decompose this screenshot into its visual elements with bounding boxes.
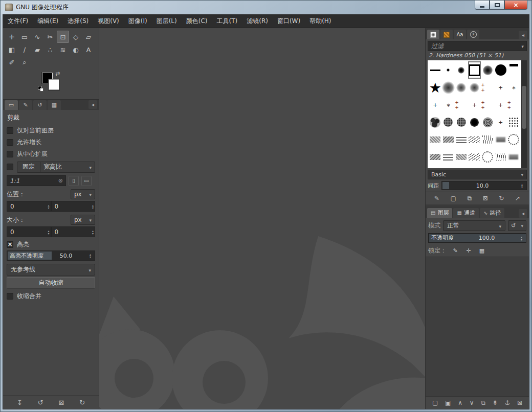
duplicate-brush-icon[interactable]: ⧉: [467, 195, 472, 202]
checkbox[interactable]: [7, 139, 13, 146]
brush-item[interactable]: [442, 79, 455, 96]
tab-tool-options[interactable]: ▭: [5, 100, 18, 110]
restore-tool-preset-icon[interactable]: ↺: [38, 399, 43, 406]
brush-item[interactable]: [494, 61, 507, 79]
crop-tool-icon[interactable]: ⊡: [57, 31, 69, 43]
lock-alpha-icon[interactable]: ▦: [477, 246, 486, 255]
background-color-swatch[interactable]: [49, 79, 59, 90]
brush-item[interactable]: [494, 79, 507, 96]
tab-undo-history[interactable]: ↺: [33, 100, 47, 110]
aspect-ratio-input[interactable]: 1:1 ⊗: [7, 175, 66, 186]
brush-item[interactable]: [442, 148, 455, 166]
brush-item[interactable]: [468, 96, 481, 113]
reset-tool-options-icon[interactable]: ↻: [79, 399, 85, 406]
brush-item[interactable]: [442, 131, 455, 148]
tab-device-status[interactable]: ✎: [19, 100, 32, 110]
brush-item[interactable]: [481, 96, 494, 113]
brush-item[interactable]: [494, 96, 507, 113]
default-colors-icon[interactable]: [38, 86, 44, 92]
bucket-fill-tool-icon[interactable]: ◧: [6, 43, 18, 56]
edit-brush-icon[interactable]: ✎: [434, 195, 439, 202]
spinner-arrows[interactable]: [88, 253, 92, 258]
brush-item[interactable]: [455, 148, 468, 166]
menu-item[interactable]: 帮助(H): [305, 15, 336, 28]
spinner-arrows[interactable]: [91, 230, 95, 235]
brush-item[interactable]: [468, 79, 481, 96]
brush-item[interactable]: [429, 79, 442, 96]
brush-item[interactable]: [481, 131, 494, 148]
collapse-layers-dock-button[interactable]: ◂: [519, 209, 527, 218]
brush-item[interactable]: [468, 61, 481, 79]
tab-channels[interactable]: ▦ 通道: [453, 208, 478, 218]
brush-item[interactable]: [507, 148, 520, 166]
size-unit-select[interactable]: px: [71, 215, 95, 225]
dodge-burn-tool-icon[interactable]: ◐: [70, 43, 82, 56]
delete-brush-icon[interactable]: ⊠: [483, 195, 488, 202]
brush-item[interactable]: [455, 113, 468, 131]
guides-select[interactable]: 无参考线: [7, 264, 95, 276]
rect-select-tool-icon[interactable]: ▭: [18, 31, 31, 43]
fixed-checkbox[interactable]: [7, 164, 13, 170]
tab-document-history[interactable]: ?: [467, 30, 479, 39]
clear-icon[interactable]: ⊗: [58, 177, 63, 184]
checkbox[interactable]: [7, 127, 13, 134]
maximize-button[interactable]: [490, 1, 504, 10]
shrink-merged-row[interactable]: 收缩合并: [7, 290, 95, 302]
close-button[interactable]: ×: [504, 1, 527, 10]
paintbrush-tool-icon[interactable]: ∕: [18, 43, 31, 56]
highlight-checkbox[interactable]: [7, 241, 13, 248]
landscape-orientation-button[interactable]: ▭: [81, 176, 92, 186]
menu-item[interactable]: 图像(I): [124, 15, 152, 28]
scrollbar-thumb[interactable]: [522, 86, 526, 129]
brush-item[interactable]: [468, 131, 481, 148]
menu-item[interactable]: 视图(V): [93, 15, 124, 28]
tab-layers[interactable]: ▤ 图层: [427, 208, 452, 218]
menu-item[interactable]: 文件(F): [3, 15, 33, 28]
titlebar[interactable]: GNU 图像处理程序 ×: [1, 1, 531, 14]
lower-layer-icon[interactable]: ∨: [470, 399, 474, 406]
scissors-select-tool-icon[interactable]: ✂: [44, 31, 56, 43]
airbrush-tool-icon[interactable]: ∴: [44, 43, 56, 56]
spacing-slider[interactable]: 10.0: [441, 181, 527, 190]
portrait-orientation-button[interactable]: ▯: [69, 176, 79, 186]
size-height-input[interactable]: 0: [51, 226, 96, 237]
menu-item[interactable]: 图层(L): [152, 15, 182, 28]
brush-item[interactable]: [429, 96, 442, 113]
menu-item[interactable]: 窗口(W): [273, 15, 305, 28]
merge-down-icon[interactable]: ⇟: [493, 399, 498, 406]
delete-tool-preset-icon[interactable]: ⊠: [58, 399, 64, 406]
brush-item[interactable]: [481, 148, 494, 166]
brush-item[interactable]: [507, 79, 520, 96]
brush-item[interactable]: [429, 148, 442, 166]
tab-images[interactable]: ▦: [48, 100, 61, 110]
tab-fonts[interactable]: Aa: [454, 30, 466, 39]
option-checkbox-row[interactable]: 从中心扩展: [7, 148, 95, 160]
eraser-tool-icon[interactable]: ▰: [31, 43, 43, 56]
open-brush-as-image-icon[interactable]: ↗: [515, 195, 520, 202]
brush-item[interactable]: [442, 61, 455, 79]
refresh-brushes-icon[interactable]: ↻: [499, 195, 504, 202]
brush-item[interactable]: [481, 61, 494, 79]
highlight-opacity-slider[interactable]: 高亮不透明度 50.0: [7, 250, 95, 261]
move-tool-icon[interactable]: ✛: [6, 31, 18, 43]
new-layer-icon[interactable]: ▢: [432, 399, 438, 406]
new-layer-group-icon[interactable]: ▣: [445, 399, 451, 406]
menu-item[interactable]: 滤镜(R): [242, 15, 273, 28]
brush-item[interactable]: [429, 113, 442, 131]
brush-item[interactable]: [442, 113, 455, 131]
brush-item[interactable]: [507, 61, 520, 79]
brush-item[interactable]: [442, 96, 455, 113]
text-tool-icon[interactable]: A: [82, 43, 95, 56]
brush-filter-input[interactable]: 过滤: [428, 41, 527, 51]
minimize-button[interactable]: [475, 1, 490, 10]
brush-item[interactable]: [455, 96, 468, 113]
unified-transform-tool-icon[interactable]: ◇: [70, 31, 82, 43]
zoom-tool-icon[interactable]: ⌕: [18, 56, 31, 68]
layers-list[interactable]: [426, 257, 529, 396]
anchor-layer-icon[interactable]: ⚓: [505, 399, 511, 406]
brush-item[interactable]: [429, 61, 442, 79]
menu-item[interactable]: 工具(T): [212, 15, 242, 28]
option-checkbox-row[interactable]: 仅对当前图层: [7, 125, 95, 136]
layer-opacity-slider[interactable]: 不透明度 100.0: [428, 233, 526, 243]
duplicate-layer-icon[interactable]: ⧉: [481, 399, 485, 406]
